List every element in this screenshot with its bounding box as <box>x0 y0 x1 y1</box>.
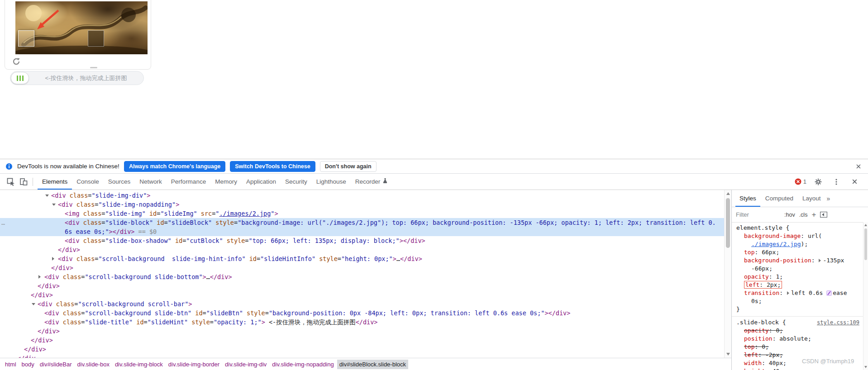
breadcrumb-item[interactable]: div.slide-box <box>75 360 112 369</box>
dom-tree-node[interactable]: </div> <box>0 327 724 336</box>
dom-tree-node[interactable]: …<div class="slide-block" id="slideBlock… <box>0 218 724 227</box>
css-declaration[interactable]: background-image: url( <box>736 232 859 240</box>
code-token <box>59 318 63 326</box>
more-tabs-icon[interactable]: » <box>827 195 830 202</box>
breadcrumb-item[interactable]: div.slide-img-block <box>113 360 165 369</box>
breadcrumb-item[interactable]: html <box>3 360 19 369</box>
dom-tree-node[interactable]: <div class="slide-title" id="slideHint" … <box>0 318 724 327</box>
breadcrumb-item[interactable]: div.slide-img-div <box>223 360 269 369</box>
tab-security[interactable]: Security <box>281 174 312 190</box>
expand-arrow-icon[interactable] <box>52 254 58 263</box>
dom-tree-node[interactable]: <div class="slide-img-div"> <box>0 191 724 200</box>
css-declaration[interactable]: -66px; <box>736 265 859 273</box>
styles-filter-input[interactable] <box>735 211 780 218</box>
css-declaration[interactable]: 0s; <box>736 297 859 305</box>
console-error-count[interactable]: 1 <box>795 178 806 185</box>
css-declaration[interactable]: height: 40px; <box>736 367 859 370</box>
breadcrumb-item[interactable]: div.slide-img-border <box>166 360 222 369</box>
dom-tree-node[interactable]: <div class="scroll-background slide-img-… <box>0 254 724 263</box>
dom-tree-node[interactable]: </div> <box>0 245 724 254</box>
bezier-editor-icon[interactable] <box>826 289 833 296</box>
expand-arrow-icon[interactable] <box>52 200 58 209</box>
css-declaration[interactable]: opacity: 1; <box>736 273 859 281</box>
code-token: "slideBtn" <box>206 309 243 317</box>
dom-tree-node[interactable]: 6s ease 0s;"></div> == $0 <box>0 227 724 236</box>
dom-tree-node[interactable]: </div> <box>0 290 724 299</box>
code-token: ></div> <box>109 228 135 235</box>
toggle-pseudo-state-button[interactable]: :hov <box>784 212 795 218</box>
slider-handle[interactable] <box>11 72 29 84</box>
dom-tree-node[interactable]: </div> <box>0 336 724 345</box>
breadcrumb-item[interactable]: body <box>19 360 37 369</box>
rule-close-brace: } <box>736 305 859 313</box>
expand-arrow-icon[interactable] <box>45 191 51 200</box>
computed-sidebar-toggle-icon[interactable] <box>820 212 827 218</box>
expand-arrow-icon[interactable] <box>38 272 44 281</box>
dom-tree-node[interactable]: </div> <box>0 281 724 290</box>
dom-tree-node[interactable]: <div class="scroll-background scroll-bar… <box>0 299 724 308</box>
tab-console[interactable]: Console <box>72 174 104 190</box>
css-declaration[interactable]: top: 66px; <box>736 248 859 256</box>
scroll-down-icon[interactable] <box>864 366 867 368</box>
code-token: </div> <box>58 246 80 253</box>
more-options-icon[interactable] <box>831 177 841 187</box>
scroll-up-icon[interactable] <box>726 192 730 195</box>
stylesheet-source-link[interactable]: style.css:109 <box>817 318 859 327</box>
css-declaration[interactable]: top: 0; <box>736 343 859 351</box>
always-match-language-button[interactable]: Always match Chrome's language <box>124 161 225 172</box>
scrollbar-thumb[interactable] <box>726 198 730 248</box>
dom-tree-node[interactable]: </div> <box>0 345 724 354</box>
styles-scrollbar[interactable] <box>863 222 868 370</box>
tab-elements[interactable]: Elements <box>38 174 72 190</box>
tab-performance[interactable]: Performance <box>167 174 210 190</box>
attribute-link[interactable]: ./images/2.jpg <box>219 210 271 217</box>
elements-scrollbar[interactable] <box>724 190 731 358</box>
breadcrumb-item[interactable]: div#slideBlock.slide-block <box>337 360 408 369</box>
devtools-close-icon[interactable] <box>849 177 859 187</box>
new-style-rule-button[interactable]: + <box>811 212 816 218</box>
tab-network[interactable]: Network <box>135 174 167 190</box>
scrollbar-thumb[interactable] <box>864 228 867 260</box>
sidebar-tab-computed[interactable]: Computed <box>761 190 797 207</box>
device-toolbar-icon[interactable] <box>19 177 29 187</box>
switch-devtools-chinese-button[interactable]: Switch DevTools to Chinese <box>230 161 315 172</box>
breadcrumb-item[interactable]: div#slideBar <box>38 360 74 369</box>
scroll-down-icon[interactable] <box>726 353 730 356</box>
breadcrumb-item[interactable]: div.slide-img-nopadding <box>270 360 336 369</box>
expand-arrow-icon[interactable] <box>32 299 38 308</box>
expand-shorthand-icon[interactable] <box>787 291 789 295</box>
dom-tree-node[interactable]: </div> <box>0 263 724 272</box>
tab-lighthouse[interactable]: Lighthouse <box>312 174 351 190</box>
dom-tree-node[interactable]: <img class="slide-img" id="slideImg" src… <box>0 209 724 218</box>
refresh-icon[interactable] <box>12 57 20 66</box>
infobar-close-icon[interactable] <box>855 163 862 170</box>
dom-tree-node[interactable]: </div <box>0 354 724 358</box>
rule-selector[interactable]: .slide-block { <box>736 319 786 326</box>
css-declaration[interactable]: position: absolute; <box>736 335 859 343</box>
css-declaration[interactable]: ./images/2.jpg); <box>736 240 859 248</box>
css-value: 40px; <box>773 368 790 370</box>
sidebar-tab-layout[interactable]: Layout <box>798 190 825 207</box>
css-declaration[interactable]: background-position: -135px <box>736 256 859 265</box>
sidebar-tab-styles[interactable]: Styles <box>735 190 760 207</box>
dom-tree-node[interactable]: <div class="scroll-background slide-btn"… <box>0 308 724 318</box>
css-declaration[interactable]: left: 2px; <box>736 281 859 289</box>
tab-application[interactable]: Application <box>242 174 281 190</box>
tab-recorder[interactable]: Recorder <box>351 174 393 190</box>
toggle-class-button[interactable]: .cls <box>799 212 808 218</box>
tab-sources[interactable]: Sources <box>104 174 135 190</box>
dont-show-again-button[interactable]: Don't show again <box>320 161 377 172</box>
node-options-icon[interactable]: … <box>1 218 5 227</box>
css-declaration[interactable]: transition: left 0.6s ease <box>736 289 859 297</box>
dom-tree-node[interactable]: <div class="slide-box-shadow" id="cutBlo… <box>0 236 724 245</box>
dom-tree-node[interactable]: <div class="slide-img-nopadding"> <box>0 200 724 209</box>
expand-shorthand-icon[interactable] <box>819 259 821 262</box>
dom-tree-node[interactable]: <div class="scroll-background slide-bott… <box>0 272 724 281</box>
css-declaration[interactable]: opacity: 0; <box>736 327 859 335</box>
rule-selector[interactable]: element.style { <box>736 224 789 231</box>
css-value-link[interactable]: ./images/2.jpg <box>751 241 801 247</box>
inspect-element-icon[interactable] <box>6 177 16 187</box>
tab-memory[interactable]: Memory <box>210 174 242 190</box>
settings-gear-icon[interactable] <box>813 177 823 187</box>
scroll-up-icon[interactable] <box>864 224 867 226</box>
